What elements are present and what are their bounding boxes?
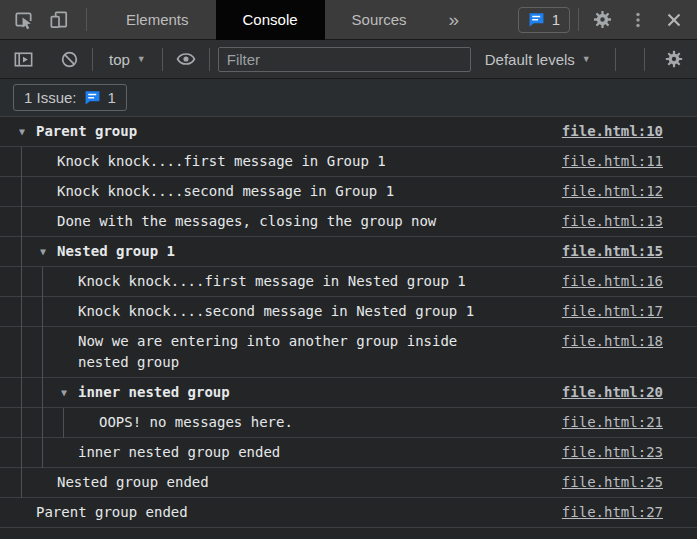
disclosure-triangle-icon[interactable]: ▼ bbox=[19, 125, 25, 139]
context-label: top bbox=[109, 51, 130, 68]
console-message-row: Parent group ended file.html:27 bbox=[0, 498, 697, 528]
group-indent-guide bbox=[42, 297, 43, 327]
source-link[interactable]: file.html:20 bbox=[550, 382, 663, 403]
chat-bubble-icon bbox=[528, 11, 545, 28]
issues-bar: 1 Issue: 1 bbox=[0, 79, 697, 117]
group-indent-guide bbox=[21, 468, 22, 498]
message-text: Nested group ended bbox=[57, 472, 209, 493]
console-message-row: ▼ Parent group file.html:10 bbox=[0, 117, 697, 147]
chevron-down-icon: ▼ bbox=[137, 54, 146, 64]
console-message-row: ▼ inner nested group file.html:20 bbox=[0, 378, 697, 408]
source-link[interactable]: file.html:25 bbox=[550, 472, 663, 493]
group-indent-guide bbox=[21, 147, 22, 177]
console-message-row: Done with the messages, closing the grou… bbox=[0, 207, 697, 237]
divider bbox=[92, 48, 93, 71]
chat-bubble-icon bbox=[84, 89, 101, 106]
kebab-menu-icon bbox=[629, 11, 647, 29]
disclosure-triangle-icon[interactable]: ▼ bbox=[40, 245, 46, 259]
console-sidebar-toggle-button[interactable] bbox=[8, 44, 38, 74]
live-expression-button[interactable] bbox=[171, 44, 201, 74]
issues-counter-button[interactable]: 1 bbox=[518, 7, 570, 33]
gear-icon bbox=[592, 9, 613, 30]
group-indent-guide bbox=[42, 327, 43, 378]
message-text: Nested group 1 bbox=[57, 241, 175, 262]
source-link[interactable]: file.html:17 bbox=[550, 301, 663, 322]
more-tabs-button[interactable]: » bbox=[434, 0, 475, 40]
settings-button[interactable] bbox=[587, 5, 617, 35]
group-indent-guide bbox=[21, 297, 22, 327]
divider bbox=[578, 8, 579, 31]
message-text: Knock knock....first message in Group 1 bbox=[57, 151, 386, 172]
group-indent-guide bbox=[21, 207, 22, 237]
message-text: Knock knock....first message in Nested g… bbox=[78, 271, 466, 292]
message-text: Knock knock....second message in Nested … bbox=[78, 301, 474, 322]
group-indent-guide bbox=[42, 438, 43, 468]
console-message-row: inner nested group ended file.html:23 bbox=[0, 438, 697, 468]
issues-bar-count: 1 bbox=[108, 89, 116, 106]
levels-label: Default levels bbox=[485, 51, 575, 68]
issues-bar-button[interactable]: 1 Issue: 1 bbox=[13, 84, 127, 111]
tab-console[interactable]: Console bbox=[216, 0, 325, 40]
source-link[interactable]: file.html:12 bbox=[550, 181, 663, 202]
console-settings-button[interactable] bbox=[659, 44, 689, 74]
source-link[interactable]: file.html:10 bbox=[550, 121, 663, 142]
tab-sources[interactable]: Sources bbox=[325, 0, 434, 40]
inspect-cursor-icon bbox=[12, 8, 35, 31]
chevron-down-icon: ▼ bbox=[582, 54, 591, 64]
tab-elements[interactable]: Elements bbox=[99, 0, 216, 40]
devtools-tabbar: Elements Console Sources » 1 bbox=[0, 0, 697, 40]
group-indent-guide bbox=[21, 177, 22, 207]
source-link[interactable]: file.html:15 bbox=[550, 241, 663, 262]
console-message-row: Nested group ended file.html:25 bbox=[0, 468, 697, 498]
source-link[interactable]: file.html:11 bbox=[550, 151, 663, 172]
inspect-element-button[interactable] bbox=[8, 5, 38, 35]
group-indent-guide bbox=[21, 267, 22, 297]
sidebar-panel-icon bbox=[12, 48, 35, 71]
source-link[interactable]: file.html:27 bbox=[550, 502, 663, 523]
issues-count: 1 bbox=[552, 11, 560, 28]
message-text: Parent group ended bbox=[36, 502, 188, 523]
console-message-row: Knock knock....first message in Group 1 … bbox=[0, 147, 697, 177]
console-message-row: ▼ Nested group 1 file.html:15 bbox=[0, 237, 697, 267]
device-toolbar-button[interactable] bbox=[44, 5, 74, 35]
close-devtools-button[interactable] bbox=[659, 5, 689, 35]
console-message-row: Knock knock....second message in Group 1… bbox=[0, 177, 697, 207]
message-text: inner nested group ended bbox=[78, 442, 280, 463]
source-link[interactable]: file.html:23 bbox=[550, 442, 663, 463]
console-messages-pane[interactable]: ▼ Parent group file.html:10 Knock knock.… bbox=[0, 117, 697, 539]
source-link[interactable]: file.html:16 bbox=[550, 271, 663, 292]
source-link[interactable]: file.html:21 bbox=[550, 412, 663, 433]
message-text: Now we are entering into another group i… bbox=[78, 331, 498, 373]
group-indent-guide bbox=[42, 378, 43, 408]
message-text: Done with the messages, closing the grou… bbox=[57, 211, 436, 232]
message-text: Parent group bbox=[36, 121, 137, 142]
ban-circle-icon bbox=[59, 49, 80, 70]
log-levels-selector[interactable]: Default levels ▼ bbox=[477, 45, 599, 73]
console-message-row: Knock knock....second message in Nested … bbox=[0, 297, 697, 327]
source-link[interactable]: file.html:13 bbox=[550, 211, 663, 232]
group-indent-guide bbox=[42, 408, 43, 438]
divider bbox=[209, 48, 210, 71]
divider bbox=[162, 48, 163, 71]
devtools-window: Elements Console Sources » 1 bbox=[0, 0, 697, 539]
source-link[interactable]: file.html:18 bbox=[550, 331, 663, 352]
group-indent-guide bbox=[21, 438, 22, 468]
device-toolbar-icon bbox=[48, 8, 71, 31]
filter-input[interactable] bbox=[218, 47, 471, 72]
divider bbox=[86, 8, 87, 31]
group-indent-guide bbox=[21, 327, 22, 378]
console-message-row: OOPS! no messages here. file.html:21 bbox=[0, 408, 697, 438]
message-text: inner nested group bbox=[78, 382, 230, 403]
chevron-double-right-icon: » bbox=[449, 9, 460, 31]
divider bbox=[644, 48, 645, 71]
disclosure-triangle-icon[interactable]: ▼ bbox=[61, 386, 67, 400]
more-options-button[interactable] bbox=[623, 5, 653, 35]
close-icon bbox=[666, 12, 682, 28]
group-indent-guide bbox=[21, 237, 22, 267]
clear-console-button[interactable] bbox=[54, 44, 84, 74]
group-indent-guide bbox=[42, 267, 43, 297]
console-message-row: Knock knock....first message in Nested g… bbox=[0, 267, 697, 297]
javascript-context-selector[interactable]: top ▼ bbox=[101, 45, 154, 73]
message-text: OOPS! no messages here. bbox=[99, 412, 293, 433]
gear-icon bbox=[664, 49, 684, 69]
